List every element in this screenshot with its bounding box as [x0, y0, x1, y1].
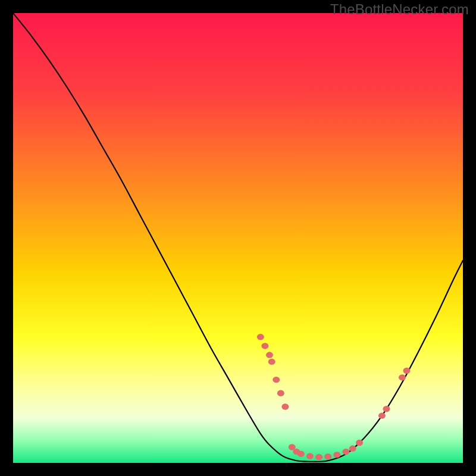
curve-marker [399, 374, 406, 380]
curve-marker [403, 368, 411, 374]
chart-frame [13, 13, 463, 463]
curve-marker [268, 359, 275, 365]
curve-marker [277, 390, 284, 396]
curve-marker [273, 377, 280, 383]
curve-marker [257, 334, 264, 340]
curve-marker [315, 454, 322, 460]
curve-marker [281, 403, 289, 409]
curve-marker [383, 406, 390, 412]
curve-marker [356, 440, 363, 446]
curve-marker [298, 451, 305, 457]
curve-marker [378, 412, 386, 418]
bottleneck-chart [13, 13, 463, 463]
curve-marker [342, 449, 349, 455]
curve-marker [333, 452, 340, 458]
curve-marker [261, 343, 268, 349]
curve-marker [266, 352, 273, 358]
watermark-text: TheBottleNecker.com [330, 1, 469, 18]
curve-marker [349, 446, 356, 452]
curve-marker [306, 453, 314, 459]
curve-marker [324, 453, 331, 459]
